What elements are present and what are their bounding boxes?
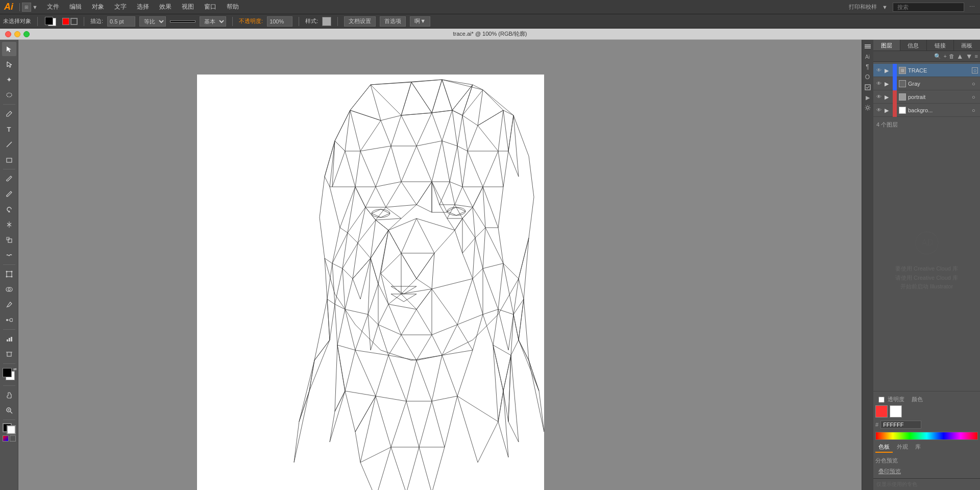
gear-icon[interactable] [863, 103, 872, 112]
gradient-icon[interactable] [3, 435, 9, 442]
preferences-btn[interactable]: 首选项 [380, 16, 406, 27]
layer-expand-trace[interactable]: ▶ [885, 67, 891, 74]
tab-info[interactable]: 信息 [900, 40, 927, 51]
layer-vis-gray[interactable]: 👁 [875, 80, 883, 87]
layer-row-background[interactable]: 👁 ▶ backgro... ○ [873, 104, 980, 117]
workspace-dropdown[interactable]: ▼ [32, 4, 38, 10]
layers-toggle-icon[interactable] [863, 42, 872, 51]
layer-row-portrait[interactable]: 👁 ▶ portrait ○ [873, 90, 980, 104]
swatch-white[interactable] [890, 405, 902, 418]
no-color-icon[interactable] [10, 435, 16, 442]
layer-options-btn[interactable]: ≡ [975, 53, 978, 59]
type-tool[interactable]: T [2, 122, 16, 136]
menu-window[interactable]: 窗口 [199, 0, 222, 14]
rectangle-tool[interactable] [2, 153, 16, 167]
tab-layers[interactable]: 图层 [873, 40, 900, 51]
o-icon[interactable]: O [863, 72, 872, 82]
layer-expand-portrait[interactable]: ▶ [885, 94, 891, 100]
pen-tool[interactable] [2, 107, 16, 121]
layer-circle-background[interactable]: ○ [972, 107, 978, 113]
search-input[interactable] [893, 3, 964, 12]
hex-input[interactable] [880, 421, 921, 429]
hand-tool[interactable] [2, 388, 16, 402]
menu-effect[interactable]: 效果 [154, 0, 177, 14]
play-icon[interactable]: ▶ [863, 93, 872, 102]
color-gradient-bar[interactable] [875, 432, 978, 440]
selection-tool[interactable] [2, 42, 16, 56]
layer-move-down-btn[interactable]: ▼ [966, 52, 973, 60]
opacity-input[interactable] [267, 16, 292, 27]
layer-delete-btn[interactable]: 🗑 [949, 53, 954, 59]
layer-circle-gray[interactable]: ○ [972, 81, 978, 87]
layer-circle-portrait[interactable]: ○ [972, 94, 978, 100]
menu-view[interactable]: 视图 [177, 0, 199, 14]
check-icon[interactable] [863, 83, 872, 92]
menu-file[interactable]: 文件 [42, 0, 64, 14]
paintbrush-tool[interactable] [2, 172, 16, 186]
tab-artboards[interactable]: 画板 [954, 40, 981, 51]
tab-links[interactable]: 链接 [927, 40, 954, 51]
scale-tool[interactable] [2, 233, 16, 247]
workspace-icon[interactable]: ⊞ [22, 3, 31, 12]
stroke-type-select[interactable]: 等比 [139, 16, 166, 27]
tab-swatches[interactable]: 色板 [875, 442, 893, 453]
tab-appearance[interactable]: 外观 [894, 442, 911, 453]
ai-text-icon[interactable]: Ai [863, 52, 872, 61]
zoom-tool[interactable] [2, 403, 16, 418]
layer-vis-background[interactable]: 👁 [875, 107, 883, 114]
transparency-checkbox[interactable] [878, 397, 885, 403]
rotate-tool[interactable] [2, 202, 16, 216]
eyedropper-tool[interactable] [2, 298, 16, 312]
layer-expand-gray[interactable]: ▶ [885, 81, 891, 87]
fill-color-boxes[interactable] [2, 422, 17, 433]
print-preview-label[interactable]: 叠印预览 [878, 468, 901, 474]
menu-type[interactable]: 文字 [109, 0, 132, 14]
layer-circle-trace[interactable]: ○ [972, 67, 978, 74]
blend-tool[interactable] [2, 313, 16, 327]
reflect-tool[interactable] [2, 217, 16, 232]
expand-icon[interactable]: ⋯ [969, 4, 975, 10]
paragraph-icon[interactable]: ¶ [863, 62, 872, 71]
hex-hash: # [875, 422, 878, 428]
maximize-button[interactable] [23, 31, 30, 37]
layer-expand-background[interactable]: ▶ [885, 107, 891, 113]
layer-vis-portrait[interactable]: 👁 [875, 93, 883, 101]
lasso-tool[interactable] [2, 88, 16, 102]
tab-libraries[interactable]: 库 [912, 442, 924, 453]
doc-settings-btn[interactable]: 文档设置 [344, 16, 376, 27]
magic-wand-tool[interactable]: ✦ [2, 72, 16, 87]
free-transform-tool[interactable] [2, 267, 16, 281]
warp-tool[interactable] [2, 248, 16, 262]
fill-type-select[interactable]: 基本 [200, 16, 226, 27]
layer-vis-trace[interactable]: 👁 [875, 67, 883, 74]
menu-select[interactable]: 选择 [132, 0, 154, 14]
canvas-area[interactable] [18, 40, 862, 490]
layer-find-btn[interactable]: 🔍 [934, 53, 941, 60]
minimize-button[interactable] [14, 31, 20, 37]
extra-btn[interactable]: 啊▼ [410, 16, 430, 27]
stroke-value-input[interactable] [107, 16, 135, 27]
line-tool[interactable] [2, 137, 16, 152]
layer-row-gray[interactable]: 👁 ▶ Gray ○ [873, 77, 980, 90]
style-preview[interactable] [322, 17, 331, 26]
layer-row-trace[interactable]: 👁 ▶ ▨ TRACE ○ [873, 64, 980, 77]
fill-color-icon[interactable] [62, 18, 69, 25]
layer-move-up-btn[interactable]: ▲ [957, 52, 964, 60]
artboard-tool[interactable] [2, 347, 16, 361]
fill-mode-icons [62, 18, 78, 25]
fill-stroke-indicator[interactable] [44, 16, 58, 27]
arrange-icon[interactable]: ▼ [882, 4, 888, 10]
shape-builder-tool[interactable] [2, 282, 16, 297]
swatch-red[interactable] [875, 405, 888, 418]
menu-edit[interactable]: 编辑 [64, 0, 87, 14]
foreground-background-color[interactable]: ⇄ [2, 367, 17, 382]
print-label[interactable]: 打印和校样 [849, 3, 877, 11]
direct-selection-tool[interactable] [2, 57, 16, 71]
no-fill-icon[interactable] [70, 18, 78, 25]
pencil-tool[interactable] [2, 187, 16, 201]
close-button[interactable] [5, 31, 11, 37]
menu-object[interactable]: 对象 [87, 0, 109, 14]
layer-add-btn[interactable]: + [943, 53, 946, 59]
menu-help[interactable]: 帮助 [222, 0, 244, 14]
chart-tool[interactable] [2, 332, 16, 346]
